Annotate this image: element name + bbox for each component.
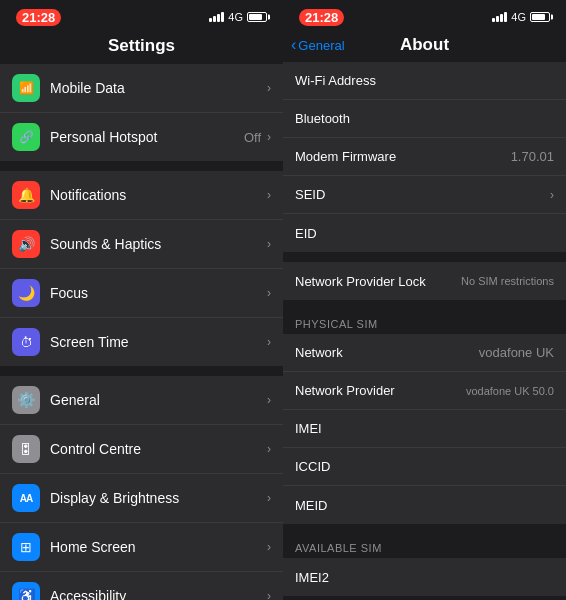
left-time: 21:28: [16, 9, 61, 26]
about-title: About: [400, 35, 449, 55]
gap-2: [0, 368, 283, 376]
eid-label: EID: [295, 226, 317, 241]
about-row-seid[interactable]: SEID ›: [283, 176, 566, 214]
seid-chevron: ›: [550, 188, 554, 202]
physical-sim-label: PHYSICAL SIM: [283, 310, 566, 334]
back-label: General: [298, 38, 344, 53]
about-list: Wi-Fi Address Bluetooth Modem Firmware 1…: [283, 62, 566, 600]
about-gap-1: [283, 254, 566, 262]
mobile-data-label: Mobile Data: [50, 80, 267, 96]
screen-time-chevron: ›: [267, 335, 271, 349]
network-value: vodafone UK: [479, 345, 554, 360]
settings-section-2: ⚙️ General › 🎛 Control Centre › AA Displ…: [0, 376, 283, 600]
accessibility-chevron: ›: [267, 589, 271, 600]
sounds-label: Sounds & Haptics: [50, 236, 267, 252]
network-provider-label: Network Provider: [295, 383, 395, 398]
about-section-available-sim: AVAILABLE SIM IMEI2: [283, 534, 566, 596]
right-status-bar: 21:28 4G: [283, 0, 566, 32]
control-centre-chevron: ›: [267, 442, 271, 456]
right-network-type-label: 4G: [511, 11, 526, 23]
general-chevron: ›: [267, 393, 271, 407]
settings-row-mobile-data[interactable]: 📶 Mobile Data ›: [0, 64, 283, 113]
about-section-lock: Network Provider Lock No SIM restriction…: [283, 262, 566, 300]
right-battery-icon: [530, 12, 550, 22]
about-row-meid: MEID: [283, 486, 566, 524]
network-label: Network: [295, 345, 343, 360]
gap-1: [0, 163, 283, 171]
settings-list: 📶 Mobile Data › 🔗 Personal Hotspot Off ›…: [0, 64, 283, 600]
iccid-label: ICCID: [295, 459, 330, 474]
signal-bars-icon: [209, 12, 224, 22]
sounds-icon: 🔊: [12, 230, 40, 258]
settings-section-0: 📶 Mobile Data › 🔗 Personal Hotspot Off ›: [0, 64, 283, 161]
home-screen-icon: ⊞: [12, 533, 40, 561]
right-panel: 21:28 4G ‹ General About Wi-Fi Address: [283, 0, 566, 600]
personal-hotspot-chevron: ›: [267, 130, 271, 144]
display-label: Display & Brightness: [50, 490, 267, 506]
settings-title: Settings: [0, 32, 283, 64]
focus-icon: 🌙: [12, 279, 40, 307]
notifications-icon: 🔔: [12, 181, 40, 209]
personal-hotspot-label: Personal Hotspot: [50, 129, 244, 145]
settings-row-personal-hotspot[interactable]: 🔗 Personal Hotspot Off ›: [0, 113, 283, 161]
settings-section-1: 🔔 Notifications › 🔊 Sounds & Haptics › 🌙…: [0, 171, 283, 366]
control-centre-icon: 🎛: [12, 435, 40, 463]
accessibility-label: Accessibility: [50, 588, 267, 600]
about-row-iccid: ICCID: [283, 448, 566, 486]
mobile-data-icon: 📶: [12, 74, 40, 102]
about-row-network: Network vodafone UK: [283, 334, 566, 372]
back-chevron-icon: ‹: [291, 36, 296, 54]
settings-row-accessibility[interactable]: ♿ Accessibility ›: [0, 572, 283, 600]
left-status-bar: 21:28 4G: [0, 0, 283, 32]
settings-row-sounds[interactable]: 🔊 Sounds & Haptics ›: [0, 220, 283, 269]
about-row-network-lock: Network Provider Lock No SIM restriction…: [283, 262, 566, 300]
about-gap-2: [283, 302, 566, 310]
personal-hotspot-icon: 🔗: [12, 123, 40, 151]
imei2-label: IMEI2: [295, 570, 329, 585]
right-signal-bars-icon: [492, 12, 507, 22]
settings-row-notifications[interactable]: 🔔 Notifications ›: [0, 171, 283, 220]
control-centre-label: Control Centre: [50, 441, 267, 457]
general-label: General: [50, 392, 267, 408]
focus-chevron: ›: [267, 286, 271, 300]
about-row-network-provider: Network Provider vodafone UK 50.0: [283, 372, 566, 410]
home-screen-chevron: ›: [267, 540, 271, 554]
about-header: ‹ General About: [283, 32, 566, 62]
settings-row-screen-time[interactable]: ⏱ Screen Time ›: [0, 318, 283, 366]
network-provider-value: vodafone UK 50.0: [466, 385, 554, 397]
settings-row-general[interactable]: ⚙️ General ›: [0, 376, 283, 425]
settings-row-display[interactable]: AA Display & Brightness ›: [0, 474, 283, 523]
settings-row-home-screen[interactable]: ⊞ Home Screen ›: [0, 523, 283, 572]
meid-label: MEID: [295, 498, 328, 513]
accessibility-icon: ♿: [12, 582, 40, 600]
modem-label: Modem Firmware: [295, 149, 396, 164]
about-row-eid: EID: [283, 214, 566, 252]
settings-row-focus[interactable]: 🌙 Focus ›: [0, 269, 283, 318]
notifications-label: Notifications: [50, 187, 267, 203]
seid-label: SEID: [295, 187, 325, 202]
display-chevron: ›: [267, 491, 271, 505]
battery-icon: [247, 12, 267, 22]
left-status-icons: 4G: [209, 11, 267, 23]
wifi-label: Wi-Fi Address: [295, 73, 376, 88]
network-lock-label: Network Provider Lock: [295, 274, 426, 289]
about-gap-3: [283, 526, 566, 534]
about-row-modem: Modem Firmware 1.70.01: [283, 138, 566, 176]
focus-label: Focus: [50, 285, 267, 301]
network-lock-value: No SIM restrictions: [461, 275, 554, 287]
back-button[interactable]: ‹ General: [291, 36, 345, 54]
right-status-icons: 4G: [492, 11, 550, 23]
about-row-bluetooth: Bluetooth: [283, 100, 566, 138]
settings-row-control-centre[interactable]: 🎛 Control Centre ›: [0, 425, 283, 474]
notifications-chevron: ›: [267, 188, 271, 202]
about-row-wifi: Wi-Fi Address: [283, 62, 566, 100]
screen-time-icon: ⏱: [12, 328, 40, 356]
personal-hotspot-value: Off: [244, 130, 261, 145]
about-section-physical-sim: PHYSICAL SIM Network vodafone UK Network…: [283, 310, 566, 524]
about-row-imei2: IMEI2: [283, 558, 566, 596]
right-time: 21:28: [299, 9, 344, 26]
network-type-label: 4G: [228, 11, 243, 23]
general-icon: ⚙️: [12, 386, 40, 414]
about-row-imei: IMEI: [283, 410, 566, 448]
display-icon: AA: [12, 484, 40, 512]
